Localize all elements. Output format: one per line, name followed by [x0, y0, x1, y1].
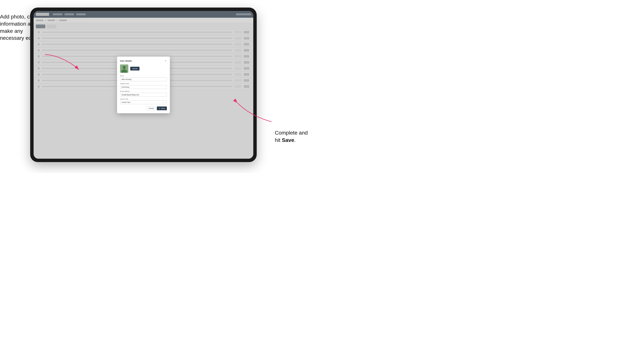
upload-photo-button[interactable]: Upload — [130, 67, 140, 70]
email-field-group: Email address — [120, 90, 167, 97]
photo-section: Upload — [120, 64, 167, 73]
modal-title: User details — [120, 60, 132, 62]
select-clear-icon[interactable]: × — [163, 101, 164, 103]
tablet-device: User details × Upload — [30, 7, 257, 162]
user-details-modal: User details × Upload — [117, 56, 170, 113]
user-photo-thumbnail — [120, 64, 128, 73]
display-name-label: Display name — [120, 83, 167, 84]
cancel-button[interactable]: Cancel — [146, 107, 156, 110]
name-field-group: Name — [120, 75, 167, 81]
modal-header: User details × — [120, 60, 167, 62]
chevron-down-icon: ⌄ — [164, 101, 166, 103]
svg-point-3 — [123, 66, 126, 69]
email-input[interactable] — [120, 93, 167, 97]
name-label: Name — [120, 75, 167, 77]
save-button[interactable]: ⇫ Save — [157, 107, 167, 110]
annotation-right: Complete and hit Save. — [275, 129, 320, 144]
modal-footer: Cancel ⇫ Save — [120, 107, 167, 110]
school-year-field-group: School Year × ⌄ — [120, 98, 167, 104]
school-year-input[interactable] — [120, 100, 167, 104]
display-name-input[interactable] — [120, 85, 167, 89]
close-icon[interactable]: × — [164, 60, 167, 62]
save-icon: ⇫ — [159, 107, 160, 109]
email-label: Email address — [120, 90, 167, 92]
arrow-right-indicator — [236, 101, 273, 124]
school-year-label: School Year — [120, 98, 167, 100]
tablet-screen: User details × Upload — [34, 11, 253, 159]
save-label: Save — [161, 107, 165, 109]
app-background: User details × Upload — [34, 11, 253, 159]
school-year-select-wrapper: × ⌄ — [120, 100, 167, 104]
modal-overlay: User details × Upload — [34, 11, 253, 159]
name-input[interactable] — [120, 77, 167, 81]
display-name-field-group: Display name — [120, 83, 167, 89]
arrow-left-indicator — [43, 53, 81, 72]
